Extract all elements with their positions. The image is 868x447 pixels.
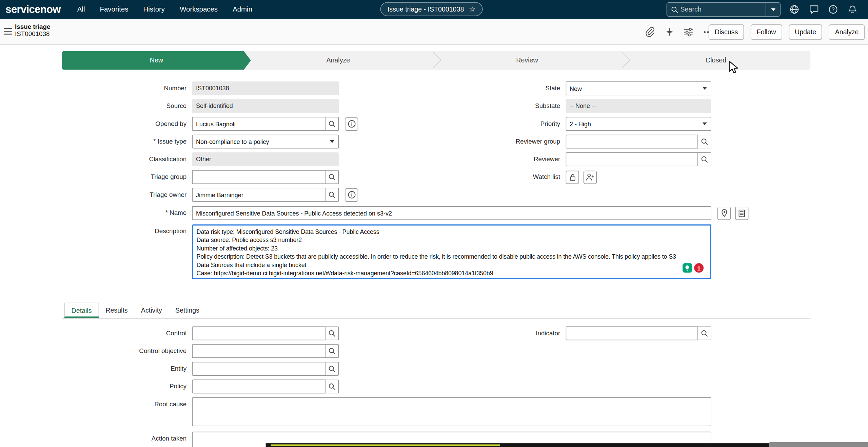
- state-select[interactable]: New: [566, 81, 711, 95]
- reviewer-input[interactable]: [566, 152, 698, 166]
- watch-list-add-person-button[interactable]: [584, 170, 597, 184]
- reviewer-group-lookup-button[interactable]: [698, 135, 711, 149]
- suggestions-lightbulb-icon[interactable]: [683, 263, 692, 273]
- triage-group-lookup-button[interactable]: [326, 170, 339, 184]
- nav-workspaces[interactable]: Workspaces: [180, 5, 218, 13]
- priority-select[interactable]: 2 - High: [566, 117, 711, 131]
- opened-by-lookup-button[interactable]: [326, 117, 339, 131]
- root-cause-textarea[interactable]: [192, 397, 711, 426]
- suggestion-count-badge[interactable]: 1: [694, 263, 704, 273]
- row-substate: Substate -- None --: [429, 99, 711, 113]
- analyze-button[interactable]: Analyze: [829, 24, 865, 40]
- indicator-input[interactable]: [566, 327, 698, 340]
- hamburger-menu-icon[interactable]: [4, 27, 12, 37]
- update-button[interactable]: Update: [789, 24, 822, 40]
- help-icon-button[interactable]: ?: [828, 4, 839, 15]
- nav-admin[interactable]: Admin: [233, 5, 252, 13]
- favorite-star-icon[interactable]: ☆: [469, 5, 475, 13]
- description-textarea[interactable]: Data risk type: Misconfigured Sensitive …: [192, 224, 711, 279]
- follow-button[interactable]: Follow: [751, 24, 782, 40]
- indicator-lookup-button[interactable]: [698, 327, 711, 340]
- chat-icon-button[interactable]: [808, 4, 820, 15]
- discuss-button[interactable]: Discuss: [709, 24, 744, 40]
- search-scope-dropdown[interactable]: [766, 8, 780, 11]
- row-entity: Entity: [55, 362, 339, 376]
- row-classification: Classification Other: [55, 152, 339, 166]
- label-state: State: [429, 81, 560, 95]
- context-pill-label: Issue triage - IST0001038: [388, 5, 464, 13]
- stage-closed[interactable]: Closed: [622, 51, 810, 70]
- row-number: Number IST0001038: [55, 81, 339, 95]
- nav-all[interactable]: All: [77, 5, 85, 13]
- label-entity: Entity: [55, 362, 186, 376]
- label-priority: Priority: [429, 117, 560, 131]
- triage-owner-input[interactable]: [192, 188, 326, 202]
- control-lookup-button[interactable]: [326, 327, 339, 340]
- stage-review[interactable]: Review: [433, 51, 622, 70]
- stage-analyze[interactable]: Analyze: [244, 51, 433, 70]
- tab-results[interactable]: Results: [99, 302, 135, 318]
- label-control: Control: [55, 327, 186, 340]
- magnifier-icon: [701, 156, 708, 163]
- servicenow-issue-triage-screen: servicenow All Favorites History Workspa…: [0, 0, 868, 447]
- record-tabs: Details Results Activity Settings: [62, 302, 810, 318]
- control-objective-lookup-button[interactable]: [326, 344, 339, 358]
- nav-history[interactable]: History: [143, 5, 165, 13]
- substate-value: -- None --: [566, 99, 711, 113]
- magnifier-icon: [328, 173, 335, 181]
- stage-new[interactable]: New: [62, 51, 251, 70]
- magnifier-icon: [328, 383, 335, 390]
- tab-activity[interactable]: Activity: [134, 302, 169, 318]
- label-indicator: Indicator: [429, 327, 560, 340]
- primary-nav: All Favorites History Workspaces Admin: [77, 5, 252, 13]
- personalize-sliders-icon[interactable]: [683, 26, 695, 38]
- global-search[interactable]: [667, 2, 781, 17]
- ai-sparkle-icon[interactable]: [663, 26, 675, 38]
- mandatory-indicator: *: [153, 137, 156, 145]
- row-control-objective: Control objective: [55, 344, 339, 358]
- triage-owner-lookup-button[interactable]: [326, 188, 339, 202]
- number-value: IST0001038: [192, 81, 339, 95]
- globe-icon-button[interactable]: [789, 4, 800, 15]
- label-number: Number: [55, 81, 186, 95]
- triage-owner-preview-button[interactable]: [345, 188, 358, 201]
- opened-by-input[interactable]: [192, 117, 326, 131]
- person-plus-icon: [586, 173, 594, 181]
- reviewer-lookup-button[interactable]: [698, 152, 711, 166]
- description-assistant-badges: 1: [683, 263, 704, 273]
- label-opened-by: Opened by: [55, 117, 186, 131]
- opened-by-preview-button[interactable]: [345, 117, 358, 130]
- policy-lookup-button[interactable]: [326, 379, 339, 393]
- name-input[interactable]: [192, 206, 711, 220]
- info-icon: [347, 120, 355, 128]
- magnifier-icon: [328, 348, 335, 355]
- row-description: Description Data risk type: Misconfigure…: [55, 224, 711, 279]
- entity-input[interactable]: [192, 362, 326, 376]
- geolocate-pin-button[interactable]: [717, 206, 731, 220]
- notifications-bell-icon-button[interactable]: [847, 4, 858, 15]
- chevron-down-icon: [330, 140, 334, 143]
- magnifier-icon: [328, 120, 335, 127]
- search-input[interactable]: [680, 5, 766, 13]
- triage-group-input[interactable]: [192, 170, 326, 184]
- nav-favorites[interactable]: Favorites: [100, 5, 129, 13]
- reviewer-group-input[interactable]: [566, 135, 698, 149]
- watch-list-lock-button[interactable]: [566, 170, 579, 184]
- globe-icon: [789, 4, 799, 14]
- lock-icon: [569, 173, 576, 181]
- entity-lookup-button[interactable]: [326, 362, 339, 376]
- record-title: Issue triage IST0001038: [15, 23, 50, 38]
- control-input[interactable]: [192, 327, 326, 340]
- policy-input[interactable]: [192, 379, 326, 393]
- tab-settings[interactable]: Settings: [169, 302, 206, 318]
- state-value: New: [570, 85, 582, 92]
- issue-type-select[interactable]: Non-compliance to a policy: [192, 135, 339, 149]
- context-pill[interactable]: Issue triage - IST0001038 ☆: [380, 2, 483, 16]
- control-objective-input[interactable]: [192, 344, 326, 358]
- attachment-paperclip-icon[interactable]: [644, 26, 656, 38]
- label-issue-type: *Issue type: [55, 135, 186, 149]
- servicenow-logo[interactable]: servicenow: [5, 3, 60, 16]
- tab-details[interactable]: Details: [64, 302, 99, 318]
- search-icon: [671, 6, 678, 13]
- knowledge-document-button[interactable]: [735, 206, 748, 220]
